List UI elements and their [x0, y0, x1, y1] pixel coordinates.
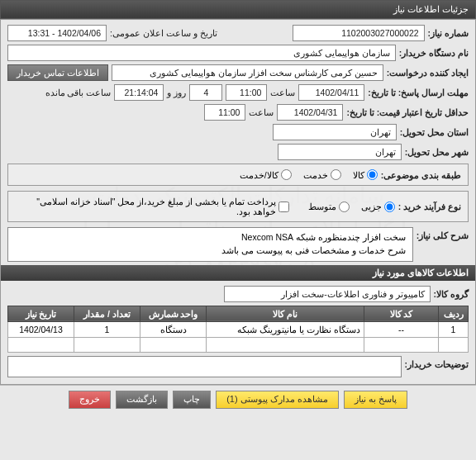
overview-box: سخت افزار چندمنظوره شبکه Nexcom NSA شرح … [7, 227, 413, 262]
th-name: نام کالا [207, 306, 364, 321]
radio-kala-khedmat[interactable]: کالا/خدمت [240, 169, 292, 180]
deadline-time: 11:00 [226, 84, 267, 101]
time-label-2: ساعت [249, 107, 274, 117]
days-value: 4 [189, 84, 222, 101]
buyer-label: نام دستگاه خریدار: [399, 48, 469, 58]
cell-qty: 1 [74, 321, 140, 337]
announce-value: 1402/04/06 - 13:31 [7, 25, 107, 41]
radio-kala-khedmat-label: کالا/خدمت [240, 170, 278, 180]
window-title: جزئیات اطلاعات نیاز [393, 4, 469, 14]
process-label: نوع فرآیند خرید : [398, 202, 461, 211]
radio-partial-input[interactable] [384, 202, 395, 212]
radio-medium[interactable]: متوسط [308, 202, 350, 212]
buyer-notes-label: توضیحات خریدار: [405, 356, 469, 369]
cell-date: 1402/04/13 [8, 321, 74, 337]
goods-table: ردیف کد کالا نام کالا واحد شمارش تعداد /… [7, 306, 469, 353]
table-header-row: ردیف کد کالا نام کالا واحد شمارش تعداد /… [8, 306, 469, 321]
table-row[interactable]: 1 -- دستگاه نظارت یا مانیتورینگ شبکه دست… [8, 321, 469, 337]
radio-khedmat-label: خدمت [303, 170, 328, 180]
radio-khedmat[interactable]: خدمت [303, 169, 341, 180]
attachments-button[interactable]: مشاهده مدارک پیوستی (1) [216, 391, 339, 409]
cell-name: دستگاه نظارت یا مانیتورینگ شبکه [207, 321, 364, 337]
requester-value: حسین کرمی کارشناس سخت افزار سازمان هواپی… [112, 64, 383, 81]
radio-kala[interactable]: کالا [353, 169, 378, 180]
respond-button[interactable]: پاسخ به نیاز [344, 391, 407, 409]
exec-city-value: تهران [273, 124, 397, 140]
print-button[interactable]: چاپ [173, 391, 211, 409]
cell-unit: دستگاه [140, 321, 207, 337]
treasury-checkbox[interactable]: پرداخت تمام یا بخشی از مبلغ خرید،از محل … [15, 197, 289, 216]
exec-city-label: استان محل تحویل: [400, 127, 469, 137]
validity-date: 1402/04/31 [277, 104, 343, 121]
deliver-city-value: تهران [278, 144, 402, 160]
goods-section-bar: اطلاعات کالاهای مورد نیاز [1, 265, 475, 281]
th-idx: ردیف [439, 306, 469, 321]
th-unit: واحد شمارش [140, 306, 207, 321]
process-fieldset: نوع فرآیند خرید : جزیی متوسط پرداخت تمام… [7, 191, 469, 222]
classification-fieldset: طبقه بندی موضوعی: کالا خدمت کالا/خدمت [7, 164, 469, 186]
window-title-bar: جزئیات اطلاعات نیاز [0, 0, 476, 19]
buyer-value: سازمان هواپیمایی کشوری [7, 45, 396, 61]
countdown: 21:14:04 [114, 84, 164, 101]
days-label: روز و [167, 88, 186, 97]
radio-partial-label: جزیی [361, 202, 382, 211]
radio-khedmat-input[interactable] [331, 169, 341, 180]
th-qty: تعداد / مقدار [74, 306, 140, 321]
treasury-checkbox-label: پرداخت تمام یا بخشی از مبلغ خرید،از محل … [15, 197, 276, 216]
radio-medium-label: متوسط [308, 202, 336, 211]
radio-kala-khedmat-input[interactable] [281, 169, 292, 180]
treasury-checkbox-input[interactable] [278, 202, 289, 212]
back-button[interactable]: بازگشت [116, 391, 168, 409]
buyer-notes-box [7, 356, 402, 377]
table-row-empty [8, 337, 469, 352]
th-code: کد کالا [364, 306, 439, 321]
group-label: گروه کالا: [434, 289, 469, 299]
requester-label: ایجاد کننده درخواست: [387, 68, 469, 78]
th-date: تاریخ نیاز [8, 306, 74, 321]
deliver-city-label: شهر محل تحویل: [405, 147, 469, 157]
contact-info-button[interactable]: اطلاعات تماس خریدار [7, 64, 108, 81]
radio-kala-label: کالا [353, 170, 364, 180]
remaining-label: ساعت باقی مانده [45, 88, 112, 97]
need-no-label: شماره نیاز: [428, 28, 469, 38]
exit-button[interactable]: خروج [69, 391, 111, 409]
radio-partial[interactable]: جزیی [361, 202, 395, 212]
overview-line1: سخت افزار چندمنظوره شبکه Nexcom NSA [15, 231, 406, 244]
validity-label: حداقل تاریخ اعتبار قیمت: تا تاریخ: [346, 107, 469, 117]
overview-line2: شرح خدمات و مشخصات فنی به پیوست می باشد [15, 244, 406, 258]
footer-bar: پاسخ به نیاز مشاهده مدارک پیوستی (1) چاپ… [0, 385, 476, 410]
announce-label: تاریخ و ساعت اعلان عمومی: [110, 28, 217, 38]
time-label-1: ساعت [270, 88, 295, 97]
validity-time: 11:00 [204, 104, 245, 121]
need-no-value: 1102003027000022 [293, 25, 425, 41]
radio-medium-input[interactable] [339, 202, 350, 212]
cell-idx: 1 [439, 321, 469, 337]
deadline-date: 1402/04/11 [298, 84, 364, 101]
cell-code: -- [364, 321, 439, 337]
classify-label: طبقه بندی موضوعی: [381, 170, 461, 180]
radio-kala-input[interactable] [367, 169, 378, 180]
overview-label: شرح کلی نیاز: [416, 227, 469, 240]
deadline-label: مهلت ارسال پاسخ: تا تاریخ: [368, 88, 469, 97]
group-value: کامپیوتر و فناوری اطلاعات-سخت افزار [224, 286, 431, 302]
